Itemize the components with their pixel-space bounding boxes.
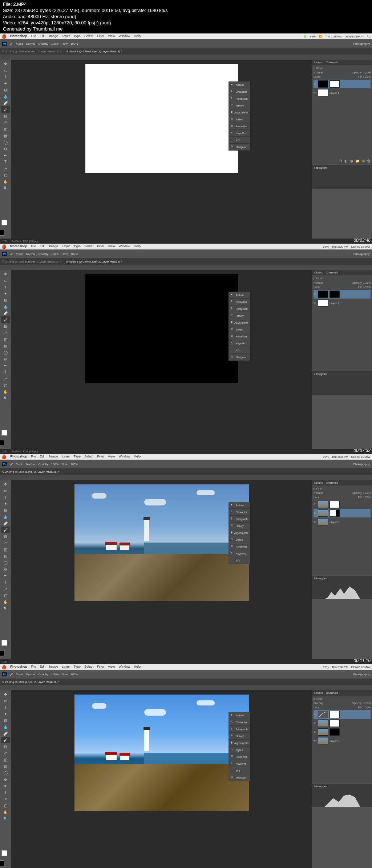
visibility-icon[interactable]: 👁 [314,503,316,506]
panel-info[interactable]: iInfo [229,347,250,354]
canvas[interactable] [85,274,238,383]
lasso-tool[interactable]: ⌇ [1,284,10,290]
layer-name[interactable]: Layer 1 [329,91,339,95]
panel-styles[interactable]: fxStyles [229,536,250,543]
pen-tool[interactable]: ✒ [1,572,10,579]
menu-select[interactable]: Select [84,665,93,669]
menu-window[interactable]: Window [118,34,130,39]
eraser-tool[interactable]: ◫ [1,546,10,553]
mode-value[interactable]: Normal [26,42,36,45]
panel-properties[interactable]: ⊞Properties [229,123,250,130]
healing-tool[interactable]: 🩹 [1,730,10,737]
blur-tool[interactable]: ◯ [1,139,10,145]
ps-icon[interactable]: Ps [2,462,7,466]
canvas[interactable] [74,695,249,811]
marquee-tool[interactable]: ▭ [1,697,10,704]
healing-tool[interactable]: 🩹 [1,520,10,527]
type-tool[interactable]: T [1,789,10,796]
menu-layer[interactable]: Layer [62,665,70,669]
ps-icon[interactable]: Ps [2,42,7,46]
panel-history[interactable]: ↶History [229,733,250,740]
eyedropper-tool[interactable]: 💧 [1,93,10,100]
menu-help[interactable]: Help [134,665,141,669]
menu-type[interactable]: Type [74,665,81,669]
layer-row[interactable]: 👁 [314,728,371,736]
flow-value[interactable]: 100% [70,463,78,466]
move-tool[interactable]: ✥ [1,481,10,487]
eyedropper-tool[interactable]: 💧 [1,513,10,520]
blend-mode[interactable]: Overlay [314,701,324,705]
path-tool[interactable]: ↗ [1,796,10,802]
panel-adjustments[interactable]: ◐Adjustments [229,529,250,536]
foreground-color[interactable] [1,220,7,225]
stamp-tool[interactable]: ⊟ [1,533,10,540]
layer-row[interactable]: 👁 [314,719,371,728]
zoom-tool[interactable]: 🔍 [1,185,10,191]
app-name[interactable]: Photoshop [10,244,27,249]
path-tool[interactable]: ↗ [1,375,10,382]
opacity-value[interactable]: 100% [363,281,371,284]
history-brush-tool[interactable]: ↶ [1,540,10,546]
layer-thumb[interactable] [318,80,328,88]
visibility-icon[interactable]: 👁 [314,731,316,734]
layers-tab[interactable]: Layers [314,271,323,274]
wand-tool[interactable]: ✦ [1,711,10,717]
kind-filter[interactable]: p Kind [314,487,322,490]
background-color[interactable] [0,440,4,446]
opacity-value[interactable]: 100% [363,701,371,705]
menu-view[interactable]: View [108,244,115,249]
canvas[interactable] [85,64,238,173]
foreground-color[interactable] [1,850,7,856]
ps-icon[interactable]: Ps [2,672,7,676]
layer-name[interactable]: Layer 1 [329,301,339,305]
gradient-tool[interactable]: ▤ [1,132,10,139]
menu-edit[interactable]: Edit [40,455,46,459]
opacity-value[interactable]: 100% [51,252,58,256]
layer-row[interactable]: 👁 [314,509,371,517]
panel-info[interactable]: iInfo [229,557,250,564]
mode-value[interactable]: Normal [26,463,36,466]
panel-actions[interactable]: ▶Actions [229,712,250,719]
hand-tool[interactable]: ✋ [1,599,10,605]
channels-tab[interactable]: Channels [326,691,338,695]
menu-view[interactable]: View [108,665,115,669]
blur-tool[interactable]: ◯ [1,769,10,776]
canvas[interactable] [74,484,249,601]
fill-value[interactable]: 100% [363,285,371,289]
layer-mask-thumb[interactable] [329,720,340,727]
menu-window[interactable]: Window [118,244,130,249]
menu-edit[interactable]: Edit [40,665,46,669]
wand-tool[interactable]: ✦ [1,290,10,297]
layer-row[interactable]: 👁 Layer 1 [314,299,371,307]
brush-icon[interactable]: 🖌 [10,252,13,256]
canvas-area[interactable]: ▶Actions ACharacter ¶Paragraph ↶History … [11,60,312,239]
workspace-label[interactable]: Photography [353,673,370,676]
channels-tab[interactable]: Channels [326,481,338,484]
opacity-value[interactable]: 100% [51,42,58,45]
brush-tool[interactable]: 🖌 [1,527,10,533]
app-name[interactable]: Photoshop [10,34,27,39]
panel-paragraph[interactable]: ¶Paragraph [229,516,250,523]
layer-thumb[interactable] [318,299,328,307]
path-tool[interactable]: ↗ [1,585,10,592]
panel-kuye[interactable]: KKuye Pro [229,760,250,767]
layer-row[interactable]: 👁 Layer 0 [314,736,371,745]
visibility-icon[interactable]: 👁 [314,739,316,743]
visibility-icon[interactable]: 👁 [314,293,316,296]
lasso-tool[interactable]: ⌇ [1,494,10,500]
panel-character[interactable]: ACharacter [229,509,250,516]
fill-value[interactable]: 100% [363,75,371,79]
menu-edit[interactable]: Edit [40,34,46,39]
menu-select[interactable]: Select [84,244,93,249]
menu-file[interactable]: File [31,455,36,459]
layer-thumb[interactable] [318,291,328,298]
workspace-label[interactable]: Photography [353,42,370,45]
brush-tool[interactable]: 🖌 [1,737,10,743]
menu-type[interactable]: Type [74,455,81,459]
move-tool[interactable]: ✥ [1,60,10,67]
foreground-color[interactable] [1,640,7,646]
layer-mask-thumb[interactable] [329,291,340,298]
canvas-area[interactable]: ▶Actions ACharacter ¶Paragraph ↶History … [11,480,312,659]
panel-actions[interactable]: ▶Actions [229,81,250,88]
kind-filter[interactable]: p Kind [314,277,322,280]
